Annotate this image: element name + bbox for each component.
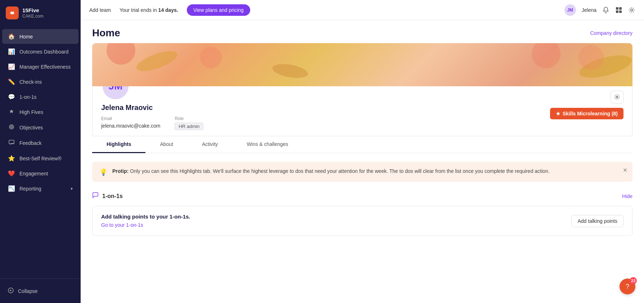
feedback-icon	[8, 139, 15, 147]
star-icon: ★	[556, 111, 560, 116]
tab-activity[interactable]: Activity	[188, 136, 232, 153]
high-fives-icon	[8, 109, 15, 116]
best-self-icon: ⭐	[8, 155, 15, 162]
email-field: Email jelena.mraovic@cake.com	[101, 116, 160, 130]
sidebar-item-label: Feedback	[19, 140, 41, 146]
sidebar-item-high-fives[interactable]: High Fives	[2, 105, 78, 120]
profile-name: Jelena Mraovic	[101, 104, 203, 112]
settings-gear-button[interactable]	[628, 6, 635, 14]
lightbulb-icon: 💡	[99, 168, 107, 176]
role-label: Role	[175, 116, 203, 121]
tab-wins-challenges[interactable]: Wins & challenges	[232, 136, 302, 153]
one-on-ones-icon: 💬	[8, 93, 15, 100]
email-value: jelena.mraovic@cake.com	[101, 123, 160, 129]
page-header: Home Company directory	[81, 20, 644, 43]
checkins-icon: ✏️	[8, 78, 15, 85]
card-title: Add talking points to your 1-on-1s.	[101, 214, 190, 220]
svg-rect-6	[619, 7, 622, 10]
protip-text: Protip: Only you can see this Highlights…	[112, 167, 550, 175]
highlights-content: 💡 Protip: Only you can see this Highligh…	[81, 153, 644, 244]
protip-body: Only you can see this Highlights tab. We…	[130, 168, 550, 174]
svg-point-10	[616, 96, 618, 98]
profile-banner	[92, 43, 632, 86]
sidebar: 15Five CAKE.com 🏠 Home 📊 Outcomes Dashbo…	[0, 0, 81, 303]
protip-close-button[interactable]: ✕	[623, 167, 627, 174]
sidebar-item-label: Engagement	[19, 171, 48, 176]
email-label: Email	[101, 116, 160, 121]
main-content: Add team Your trial ends in 14 days. Vie…	[81, 0, 644, 303]
sidebar-item-engagement[interactable]: ❤️ Engagement	[2, 166, 78, 181]
go-to-one-on-ones-link[interactable]: Go to your 1-on-1s	[101, 222, 143, 228]
collapse-label: Collapse	[18, 288, 37, 294]
tab-highlights[interactable]: Highlights	[92, 136, 145, 153]
skills-microlearning-button[interactable]: ★ Skills Microlearning (8)	[550, 108, 623, 119]
page-content: Home Company directory JM	[81, 20, 644, 303]
sidebar-item-label: Best-Self Review®	[19, 156, 62, 161]
sidebar-item-manager-effectiveness[interactable]: 📈 Manager Effectiveness	[2, 59, 78, 74]
grid-button[interactable]	[615, 6, 622, 14]
sidebar-item-one-on-ones[interactable]: 💬 1-on-1s	[2, 89, 78, 104]
svg-rect-8	[619, 10, 622, 13]
profile-top: JM Jelena Mraovic Email jelena.mraovic@c…	[101, 86, 623, 130]
sidebar-item-objectives[interactable]: Objectives	[2, 120, 78, 135]
add-team-button[interactable]: Add team	[89, 7, 111, 13]
sidebar-item-label: Objectives	[19, 125, 43, 130]
collapse-button[interactable]: Collapse	[2, 284, 78, 298]
user-name: Jelena	[582, 7, 596, 13]
protip-label: Protip:	[112, 168, 129, 174]
sidebar-item-reporting[interactable]: 📉 Reporting ▾	[2, 181, 78, 196]
banner-decoration	[92, 43, 632, 86]
sidebar-item-label: Reporting	[19, 186, 41, 192]
trial-text-before: Your trial ends in	[120, 7, 158, 13]
collapse-icon	[8, 288, 14, 294]
sidebar-item-label: Manager Effectiveness	[19, 64, 71, 70]
tab-about[interactable]: About	[145, 136, 188, 153]
topbar-right: JM Jelena	[564, 4, 635, 16]
sidebar-item-home[interactable]: 🏠 Home	[2, 29, 78, 44]
reporting-icon: 📉	[8, 185, 15, 192]
outcomes-icon: 📊	[8, 48, 15, 55]
svg-rect-7	[616, 10, 618, 13]
trial-banner: Add team Your trial ends in 14 days. Vie…	[89, 4, 250, 16]
sidebar-item-feedback[interactable]: Feedback	[2, 136, 78, 151]
svg-rect-5	[616, 7, 618, 10]
sidebar-item-outcomes[interactable]: 📊 Outcomes Dashboard	[2, 44, 78, 59]
profile-settings-button[interactable]	[611, 91, 623, 104]
card-row: Add talking points to your 1-on-1s. Go t…	[101, 214, 623, 228]
card-left: Add talking points to your 1-on-1s. Go t…	[101, 214, 190, 228]
svg-point-9	[631, 9, 633, 11]
support-bubble[interactable]: 23 ?	[620, 279, 635, 294]
home-icon: 🏠	[8, 33, 15, 40]
gear-icon	[628, 6, 635, 14]
talking-points-card: Add talking points to your 1-on-1s. Go t…	[92, 206, 632, 236]
bell-icon	[602, 6, 609, 14]
sidebar-logo: 15Five CAKE.com	[0, 0, 81, 26]
sidebar-item-label: 1-on-1s	[19, 94, 36, 100]
add-talking-points-button[interactable]: Add talking points	[571, 215, 623, 227]
sidebar-item-checkins[interactable]: ✏️ Check-ins	[2, 74, 78, 89]
app-logo-icon	[6, 6, 19, 19]
profile-gear-icon	[614, 94, 620, 100]
profile-right: ★ Skills Microlearning (8)	[550, 86, 623, 119]
profile-tabs: Highlights About Activity Wins & challen…	[92, 136, 632, 153]
profile-left: JM Jelena Mraovic Email jelena.mraovic@c…	[101, 86, 203, 130]
sidebar-item-label: Outcomes Dashboard	[19, 49, 68, 55]
topbar: Add team Your trial ends in 14 days. Vie…	[81, 0, 644, 20]
one-on-ones-section-header: 1-on-1s Hide	[92, 192, 632, 200]
support-badge: 23	[630, 277, 637, 284]
sidebar-item-label: High Fives	[19, 109, 43, 115]
sidebar-nav: 🏠 Home 📊 Outcomes Dashboard 📈 Manager Ef…	[0, 26, 81, 279]
engagement-icon: ❤️	[8, 170, 15, 177]
hide-link[interactable]: Hide	[622, 193, 632, 199]
user-avatar: JM	[564, 4, 576, 16]
sidebar-bottom: Collapse	[0, 279, 81, 303]
sidebar-item-label: Home	[19, 34, 33, 40]
view-plans-button[interactable]: View plans and pricing	[187, 4, 250, 16]
company-directory-link[interactable]: Company directory	[590, 30, 633, 36]
role-badge: HR admin	[175, 123, 203, 130]
one-on-ones-section-icon	[92, 192, 99, 200]
sidebar-item-best-self[interactable]: ⭐ Best-Self Review®	[2, 151, 78, 166]
role-field: Role HR admin	[175, 116, 203, 130]
notifications-button[interactable]	[602, 6, 609, 14]
svg-point-2	[11, 127, 12, 127]
